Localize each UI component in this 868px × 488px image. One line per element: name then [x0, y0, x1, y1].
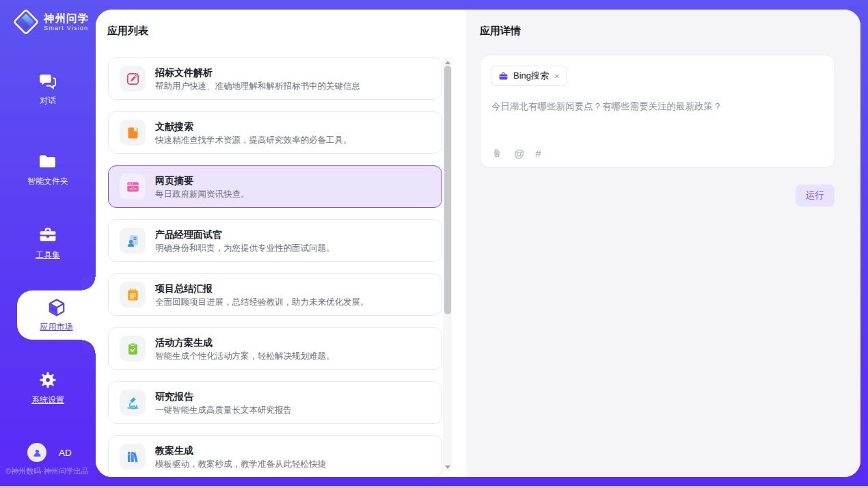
svg-text:</>: </> [129, 187, 137, 191]
paperclip-icon[interactable] [491, 148, 503, 159]
app-window: 神州问学 Smart Vision 对话智能文件夹工具集应用市场系统设置 AD … [0, 0, 868, 488]
diamond-logo-icon [12, 8, 40, 36]
app-logo: 神州问学 Smart Vision [12, 8, 89, 36]
browser-code-icon: </> [126, 180, 140, 194]
app-list-title: 应用列表 [107, 25, 148, 38]
app-card-2[interactable]: 文献搜索快速精准查找学术资源，提高研究效率的必备工具。 [108, 111, 442, 154]
app-card-description: 快速精准查找学术资源，提高研究效率的必备工具。 [155, 135, 352, 146]
app-card-title: 产品经理面试官 [155, 228, 335, 241]
tool-tag-label: Bing搜索 [513, 70, 549, 82]
scroll-down-arrow-icon[interactable] [443, 463, 452, 471]
clipboard-check-icon [126, 342, 140, 356]
tab-curve-top [82, 277, 96, 290]
run-button[interactable]: 运行 [796, 185, 835, 206]
app-card-title: 网页摘要 [155, 174, 249, 187]
app-list-panel: 应用列表 招标文件解析帮助用户快速、准确地理解和解析招标书中的关键信息文献搜索快… [96, 10, 466, 477]
sidebar-item-label: 智能文件夹 [27, 176, 68, 187]
hash-icon[interactable]: # [535, 148, 541, 159]
copyright-footer: ©神州数码·神州问学出品 [5, 466, 89, 476]
prompt-toolbar: @# [491, 148, 541, 159]
sidebar-item-label: 应用市场 [40, 321, 73, 333]
close-icon[interactable]: × [554, 72, 560, 81]
app-card-description: 智能生成个性化活动方案，轻松解决规划难题。 [155, 351, 335, 362]
at-icon[interactable]: @ [514, 148, 524, 159]
app-list: 招标文件解析帮助用户快速、准确地理解和解析招标书中的关键信息文献搜索快速精准查找… [108, 57, 442, 477]
microscope-icon [126, 396, 140, 410]
scrollbar-thumb[interactable] [444, 66, 451, 314]
app-card-8[interactable]: 教案生成模板驱动，教案秒成，教学准备从此轻松快捷 [108, 435, 442, 477]
app-card-description: 一键智能生成高质量长文本研究报告 [155, 405, 292, 416]
sidebar-item-4[interactable]: 应用市场 [17, 290, 96, 340]
prompt-input[interactable]: 今日湖北有哪些新闻要点？有哪些需要关注的最新政策？ [491, 100, 824, 113]
sidebar-item-label: 工具集 [36, 249, 60, 261]
app-detail-panel: 应用详情 Bing搜索 × 今日湖北有哪些新闻要点？有哪些需要关注的最新政策？ … [466, 10, 860, 477]
user-account[interactable]: AD [27, 443, 72, 462]
app-card-5[interactable]: 项目总结汇报全面回顾项目进展，总结经验教训，助力未来优化发展。 [108, 273, 442, 316]
app-title: 神州问学 [44, 12, 89, 25]
interviewer-icon [126, 234, 140, 248]
app-icon-tile [120, 66, 146, 92]
book-icon [126, 126, 140, 140]
prompt-card: Bing搜索 × 今日湖北有哪些新闻要点？有哪些需要关注的最新政策？ @# [480, 55, 835, 168]
tab-curve-bottom [82, 340, 96, 353]
app-icon-tile [120, 282, 146, 308]
app-icon-tile [120, 228, 146, 254]
app-card-description: 全面回顾项目进展，总结经验教训，助力未来优化发展。 [155, 297, 369, 308]
notepad-icon [126, 288, 140, 302]
app-card-7[interactable]: 研究报告一键智能生成高质量长文本研究报告 [108, 381, 442, 424]
sidebar: 神州问学 Smart Vision 对话智能文件夹工具集应用市场系统设置 AD … [0, 0, 96, 488]
main-content: 应用列表 招标文件解析帮助用户快速、准确地理解和解析招标书中的关键信息文献搜索快… [96, 10, 860, 477]
app-icon-tile [120, 120, 146, 146]
app-card-3[interactable]: </>网页摘要每日政府新闻资讯快查。 [108, 165, 442, 208]
app-icon-tile [120, 336, 146, 362]
sidebar-item-1[interactable]: 对话 [0, 71, 96, 115]
app-card-title: 教案生成 [155, 444, 326, 457]
pen-square-icon [126, 72, 140, 86]
sidebar-item-3[interactable]: 工具集 [0, 226, 96, 269]
books-icon [126, 450, 140, 464]
gear-icon [38, 370, 57, 390]
user-label: AD [59, 448, 72, 458]
app-icon-tile [120, 390, 146, 416]
app-detail-title: 应用详情 [480, 25, 521, 38]
app-card-description: 明确身份和职责，为您提供专业性的面试问题。 [155, 243, 335, 254]
scrollbar[interactable] [443, 57, 452, 472]
app-icon-tile: </> [120, 174, 146, 200]
app-card-description: 每日政府新闻资讯快查。 [155, 189, 249, 200]
tool-tag-bing-search[interactable]: Bing搜索 × [491, 66, 567, 86]
sidebar-item-5[interactable]: 系统设置 [0, 370, 96, 414]
app-card-title: 招标文件解析 [155, 66, 360, 79]
app-card-description: 模板驱动，教案秒成，教学准备从此轻松快捷 [155, 459, 326, 470]
app-card-title: 文献搜索 [155, 120, 352, 133]
app-subtitle: Smart Vision [44, 25, 89, 31]
app-card-description: 帮助用户快速、准确地理解和解析招标书中的关键信息 [155, 81, 360, 92]
avatar[interactable] [27, 443, 46, 462]
app-card-title: 项目总结汇报 [155, 282, 369, 295]
sidebar-item-label: 系统设置 [31, 394, 64, 406]
app-card-title: 活动方案生成 [155, 336, 335, 349]
user-icon [31, 447, 43, 459]
app-card-4[interactable]: 产品经理面试官明确身份和职责，为您提供专业性的面试问题。 [108, 219, 442, 262]
toolbox-icon [38, 226, 57, 245]
briefcase-icon [498, 71, 508, 81]
app-card-6[interactable]: 活动方案生成智能生成个性化活动方案，轻松解决规划难题。 [108, 327, 442, 370]
app-card-1[interactable]: 招标文件解析帮助用户快速、准确地理解和解析招标书中的关键信息 [108, 57, 442, 100]
cube-icon [46, 297, 67, 318]
folder-icon [38, 152, 57, 171]
app-icon-tile [120, 444, 146, 470]
sidebar-item-2[interactable]: 智能文件夹 [0, 152, 96, 195]
sidebar-item-label: 对话 [40, 95, 56, 107]
chat-icon [38, 71, 57, 90]
app-card-title: 研究报告 [155, 390, 292, 403]
